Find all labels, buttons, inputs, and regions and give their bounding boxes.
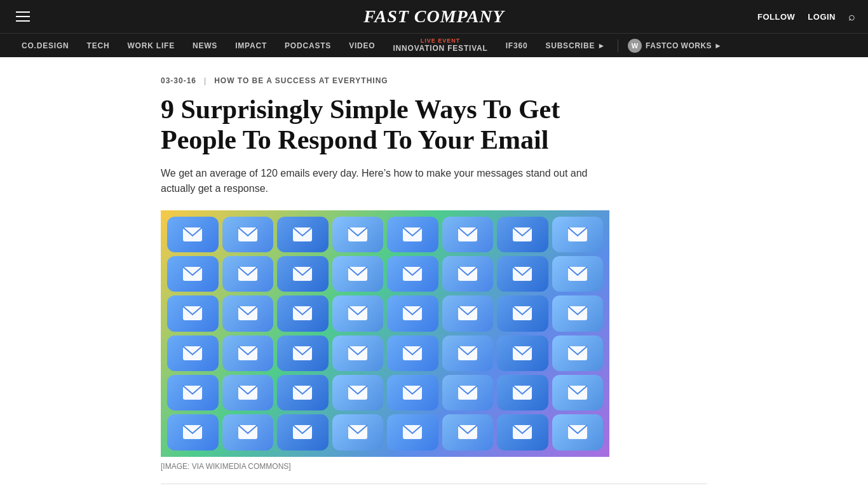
- nav-subscribe[interactable]: SUBSCRIBE ►: [536, 34, 614, 58]
- follow-link[interactable]: FOLLOW: [757, 12, 795, 22]
- email-icon: [277, 256, 329, 292]
- email-icon: [387, 217, 438, 252]
- email-icon: [167, 217, 219, 252]
- article-meta: 03-30-16 | HOW TO BE A SUCCESS AT EVERYT…: [161, 76, 707, 85]
- email-icon: [387, 414, 438, 450]
- image-caption: [IMAGE: VIA WIKIMEDIA COMMONS]: [161, 462, 707, 471]
- email-icon: [222, 217, 274, 252]
- login-link[interactable]: LOGIN: [808, 12, 836, 22]
- email-icon: [387, 336, 438, 371]
- email-icon: [497, 414, 548, 450]
- email-icon: [167, 295, 219, 331]
- email-icon: [552, 295, 604, 331]
- nav-podcasts[interactable]: PODCASTS: [276, 34, 340, 58]
- email-icon: [222, 414, 274, 450]
- article-subtitle: We get an average of 120 emails every da…: [161, 166, 599, 196]
- email-icon: [442, 256, 494, 292]
- meta-divider: |: [204, 76, 207, 85]
- email-icon: [277, 217, 329, 252]
- email-icon: [442, 414, 494, 450]
- email-icon: [497, 336, 548, 371]
- article-main: 03-30-16 | HOW TO BE A SUCCESS AT EVERYT…: [148, 57, 720, 488]
- email-icon: [167, 414, 219, 450]
- email-icon: [552, 336, 604, 371]
- email-icon: [442, 375, 494, 410]
- email-icon: [332, 295, 384, 331]
- article-category[interactable]: HOW TO BE A SUCCESS AT EVERYTHING: [214, 76, 388, 85]
- email-icon: [552, 414, 604, 450]
- email-icon: [277, 336, 329, 371]
- email-icon: [222, 375, 274, 410]
- email-icon: [552, 375, 604, 410]
- nav-divider: [618, 39, 618, 52]
- article-divider: [161, 484, 707, 484]
- nav-tech[interactable]: TECH: [78, 34, 119, 58]
- nav-co-design[interactable]: CO.DESIGN: [13, 34, 78, 58]
- nav-work-life[interactable]: WORK LIFE: [118, 34, 184, 58]
- email-icon: [332, 375, 384, 410]
- email-icon: [167, 256, 219, 292]
- live-event-badge: LIVE EVENT: [421, 38, 461, 44]
- email-icon: [387, 375, 438, 410]
- hero-image-container: [161, 210, 609, 457]
- nav-innovation-festival[interactable]: LIVE EVENT INNOVATION FESTIVAL: [384, 34, 496, 58]
- top-header: FAST CΟMPANY FOLLOW LOGIN ⌕: [0, 0, 868, 33]
- email-icon: [497, 295, 548, 331]
- email-icon: [332, 256, 384, 292]
- header-right: FOLLOW LOGIN ⌕: [757, 10, 855, 24]
- email-icon: [552, 217, 604, 252]
- email-icon: [167, 375, 219, 410]
- search-icon[interactable]: ⌕: [848, 10, 855, 24]
- main-nav: CO.DESIGN TECH WORK LIFE NEWS IMPACT POD…: [0, 33, 868, 57]
- nav-news[interactable]: NEWS: [184, 34, 226, 58]
- innovation-festival-label: INNOVATION FESTIVAL: [393, 44, 487, 53]
- nav-video[interactable]: VIDEO: [340, 34, 384, 58]
- email-icon: [167, 336, 219, 371]
- email-icon: [387, 256, 438, 292]
- fastco-works-badge: W: [628, 39, 642, 53]
- article-date: 03-30-16: [161, 76, 196, 85]
- email-icon: [222, 336, 274, 371]
- nav-impact[interactable]: IMPACT: [226, 34, 276, 58]
- email-icon: [552, 256, 604, 292]
- email-icon: [277, 375, 329, 410]
- email-icon: [222, 295, 274, 331]
- email-icon: [387, 295, 438, 331]
- email-icon: [442, 217, 494, 252]
- email-icon: [332, 217, 384, 252]
- email-icon: [332, 336, 384, 371]
- email-icon: [442, 336, 494, 371]
- site-logo[interactable]: FAST CΟMPANY: [363, 6, 504, 27]
- email-icon: [222, 256, 274, 292]
- email-icon: [497, 217, 548, 252]
- email-icon: [442, 295, 494, 331]
- email-icon: [277, 295, 329, 331]
- email-icon: [497, 375, 548, 410]
- hero-image: [161, 210, 609, 457]
- email-icon: [277, 414, 329, 450]
- hamburger-menu[interactable]: [13, 8, 33, 25]
- nav-if360[interactable]: IF360: [497, 34, 537, 58]
- fastco-works-link[interactable]: W FASTCO WORKS ►: [621, 34, 728, 58]
- email-icon: [332, 414, 384, 450]
- article-title: 9 Surprisingly Simple Ways To Get People…: [161, 94, 606, 156]
- fastco-works-label: FASTCO WORKS ►: [646, 41, 722, 50]
- email-icon: [497, 256, 548, 292]
